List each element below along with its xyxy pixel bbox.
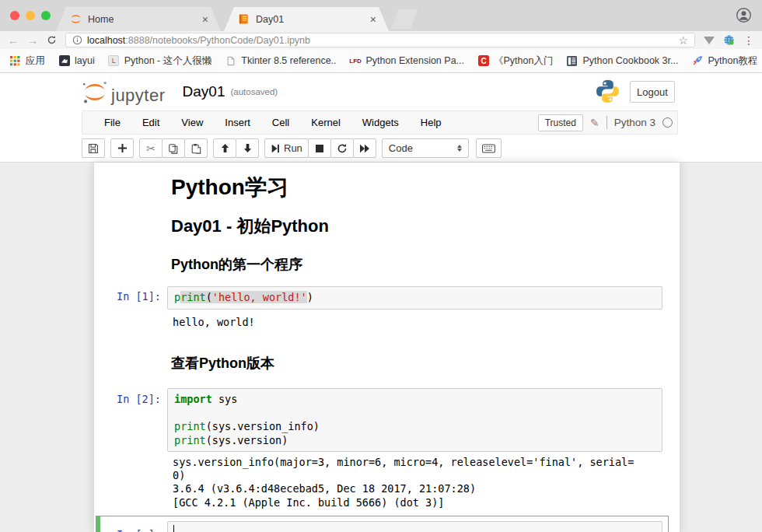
code-input-1[interactable]: print('hello, world!') — [167, 286, 662, 310]
browser-tab-day01[interactable]: Day01× — [224, 7, 389, 31]
stop-icon — [315, 144, 324, 153]
jupyter-logo[interactable]: jupyter — [82, 80, 166, 104]
restart-kernel-button[interactable] — [330, 138, 354, 158]
add-cell-button[interactable] — [110, 138, 134, 158]
rocket-icon — [691, 55, 703, 67]
cut-cell-button[interactable]: ✂ — [139, 138, 163, 158]
menu-item-insert[interactable]: Insert — [214, 117, 261, 128]
interrupt-kernel-button[interactable] — [308, 138, 331, 158]
markdown-heading-1: Python学习 — [171, 173, 288, 202]
copy-icon — [168, 143, 179, 154]
address-bar-row: ← → localhost:8888/notebooks/PythonCode/… — [0, 31, 762, 49]
logout-button[interactable]: Logout — [630, 81, 675, 103]
tab-strip-tabs: Home×Day01× — [0, 7, 389, 31]
refresh-icon — [337, 143, 348, 154]
reload-icon[interactable] — [47, 35, 57, 45]
menu-item-kernel[interactable]: Kernel — [300, 117, 351, 128]
book-grid-icon — [566, 55, 578, 67]
move-cell-down-button[interactable] — [236, 138, 259, 158]
menu-item-widgets[interactable]: Widgets — [351, 117, 410, 128]
scissors-icon: ✂ — [146, 142, 156, 155]
edit-mode-bar — [96, 516, 100, 532]
menu-item-file[interactable]: File — [93, 117, 131, 128]
code-input-3[interactable] — [167, 521, 662, 532]
save-button[interactable] — [82, 138, 105, 158]
run-label: Run — [284, 142, 302, 154]
jupyter-logo-icon — [82, 80, 108, 104]
window-controls[interactable] — [10, 11, 51, 20]
select-spinner-icon — [457, 145, 462, 152]
run-cell-button[interactable]: Run — [264, 138, 309, 158]
bookmark-label: Python教程 — [708, 54, 757, 68]
lfd-icon: LFD — [350, 55, 362, 67]
profile-avatar-icon[interactable] — [736, 7, 752, 23]
divider — [606, 116, 607, 129]
bookmark-item[interactable]: Tkinter 8.5 reference.. — [225, 55, 336, 67]
cell-type-select[interactable]: Code — [382, 138, 469, 158]
url-field[interactable]: localhost:8888/notebooks/PythonCode/Day0… — [65, 33, 695, 47]
markdown-heading-2: Day01 - 初始Python — [171, 215, 329, 238]
tab-close-icon[interactable]: × — [370, 14, 376, 25]
bookmark-item[interactable]: Python教程 — [691, 54, 757, 68]
tab-close-icon[interactable]: × — [202, 14, 208, 25]
cell-type-value: Code — [389, 142, 413, 154]
notebook-title[interactable]: Day01 — [183, 83, 225, 100]
browser-menu-icon[interactable]: ⋮ — [743, 34, 754, 47]
menu-item-edit[interactable]: Edit — [131, 117, 170, 128]
back-icon[interactable]: ← — [8, 35, 19, 46]
jupyter-wordmark: jupyter — [111, 87, 166, 104]
menu-item-cell[interactable]: Cell — [261, 117, 300, 128]
close-window-button[interactable] — [10, 11, 19, 20]
browser-tab-home[interactable]: Home× — [56, 7, 221, 31]
extension-v-icon[interactable] — [704, 37, 715, 44]
info-icon[interactable] — [72, 35, 82, 45]
bookmark-item[interactable]: LPython - 这个人很懒 — [108, 54, 212, 68]
plus-icon — [117, 143, 128, 153]
url-text: localhost:8888/notebooks/PythonCode/Day0… — [87, 35, 310, 46]
bookmark-item[interactable]: 应用 — [9, 54, 45, 68]
kernel-name: Python 3 — [614, 117, 655, 128]
trusted-button[interactable]: Trusted — [538, 114, 583, 131]
step-forward-icon — [271, 144, 280, 153]
arrow-down-icon — [243, 143, 253, 153]
apps-grid-icon — [9, 55, 21, 67]
keyboard-icon — [482, 144, 495, 153]
zoom-window-button[interactable] — [41, 11, 51, 20]
input-prompt-3: In [ ]: — [102, 528, 161, 532]
restart-run-all-button[interactable] — [353, 138, 376, 158]
save-icon — [88, 143, 99, 154]
forward-icon[interactable]: → — [27, 35, 38, 46]
tab-label: Day01 — [256, 14, 284, 25]
code-input-2[interactable]: import sys print(sys.version_info) print… — [167, 388, 662, 452]
bookmark-item[interactable]: Python Cookbook 3r... — [566, 55, 678, 67]
edit-title-pencil-icon[interactable]: ✎ — [590, 117, 599, 129]
toolbar: ✂ Run — [82, 135, 678, 162]
paste-cell-button[interactable] — [184, 138, 208, 158]
bookmark-label: Tkinter 8.5 reference.. — [241, 55, 336, 66]
new-tab-button[interactable] — [391, 9, 418, 29]
svg-text:C: C — [481, 57, 486, 65]
command-palette-button[interactable] — [476, 138, 502, 158]
menubar: FileEditViewInsertCellKernelWidgetsHelp … — [82, 110, 678, 135]
minimize-window-button[interactable] — [26, 11, 35, 20]
arrow-up-icon — [220, 143, 230, 153]
globe-extension-icon[interactable] — [723, 34, 735, 46]
bookmark-item[interactable]: LFDPython Extension Pa... — [350, 55, 464, 67]
menu-item-view[interactable]: View — [170, 117, 214, 128]
layui-icon — [58, 55, 70, 67]
notebook-scroll-area[interactable]: Python学习 Day01 - 初始Python Python的第一个程序 I… — [0, 162, 762, 532]
bookmark-item[interactable]: layui — [58, 55, 95, 67]
cell-output-1: hello, world! — [173, 316, 255, 329]
bookmark-star-icon[interactable]: ☆ — [678, 34, 688, 47]
copy-cell-button[interactable] — [162, 138, 185, 158]
notebook-page: Python学习 Day01 - 初始Python Python的第一个程序 I… — [94, 163, 680, 532]
letter-icon: L — [108, 55, 120, 67]
menu-item-help[interactable]: Help — [410, 117, 453, 128]
bookmark-label: Python Extension Pa... — [366, 55, 464, 66]
kernel-status-icon — [662, 117, 673, 128]
move-cell-up-button[interactable] — [213, 138, 236, 158]
python-logo-icon — [595, 79, 620, 107]
bookmarks-bar: 应用layuiLPython - 这个人很懒Tkinter 8.5 refere… — [0, 49, 762, 73]
bookmark-item[interactable]: C《Python入门 — [477, 54, 553, 68]
bookmark-label: 应用 — [26, 54, 45, 68]
